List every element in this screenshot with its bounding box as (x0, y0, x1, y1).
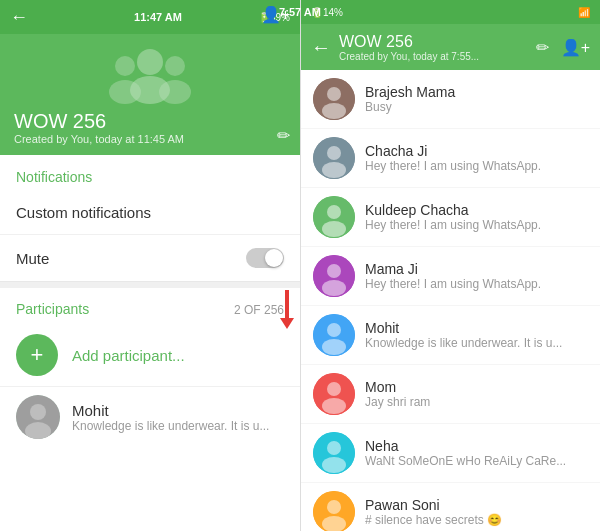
right-contact-row[interactable]: Pawan Soni# silence have secrets 😊 (301, 483, 600, 531)
right-avatar (313, 255, 355, 297)
right-avatar (313, 373, 355, 415)
svg-point-25 (327, 382, 341, 396)
svg-point-0 (137, 49, 163, 75)
arrow-head (280, 318, 294, 329)
group-icon-container (0, 34, 300, 119)
left-panel: ← 11:47 AM 🔋39% WOW 256 Created by You, … (0, 0, 300, 531)
right-contact-info: Pawan Soni# silence have secrets 😊 (365, 497, 588, 527)
right-contact-info: Mama JiHey there! I am using WhatsApp. (365, 261, 588, 291)
right-contact-status: Busy (365, 100, 575, 114)
right-contact-status: Hey there! I am using WhatsApp. (365, 277, 575, 291)
toggle-knob (265, 249, 283, 267)
right-back-icon[interactable]: ← (311, 36, 331, 59)
right-contact-row[interactable]: Brajesh MamaBusy (301, 70, 600, 129)
svg-point-13 (327, 146, 341, 160)
svg-point-28 (327, 441, 341, 455)
right-group-name: WOW 256 (339, 33, 528, 51)
svg-point-4 (165, 56, 185, 76)
right-contact-info: MomJay shri ram (365, 379, 588, 409)
right-edit-icon[interactable]: ✏ (536, 38, 549, 57)
svg-point-31 (327, 500, 341, 514)
arrow-annotation (280, 290, 294, 329)
right-contact-name: Mom (365, 379, 588, 395)
right-contact-status: Jay shri ram (365, 395, 575, 409)
right-header-content: ← WOW 256 Created by You, today at 7:55.… (301, 24, 600, 70)
right-contact-name: Mama Ji (365, 261, 588, 277)
right-status-time: 7:57 AM (279, 6, 321, 18)
group-avatar-icon (105, 42, 195, 112)
custom-notifications-text: Custom notifications (16, 204, 151, 221)
right-avatar (313, 196, 355, 238)
right-avatar (313, 314, 355, 356)
right-avatar (313, 137, 355, 179)
svg-point-19 (327, 264, 341, 278)
svg-point-10 (327, 87, 341, 101)
svg-point-5 (159, 80, 191, 104)
right-contact-list: Brajesh MamaBusyChacha JiHey there! I am… (301, 70, 600, 531)
right-contact-status: WaNt SoMeOnE wHo ReAiLy CaRe... (365, 454, 575, 468)
svg-point-7 (30, 404, 46, 420)
svg-point-17 (322, 221, 346, 237)
left-group-sub: Created by You, today at 11:45 AM (14, 133, 286, 145)
right-contact-status: Knowledge is like underwear. It is u... (365, 336, 575, 350)
left-contact-name-mohit: Mohit (72, 402, 284, 419)
left-status-time: 11:47 AM (134, 11, 182, 23)
left-content: Notifications Custom notifications Mute … (0, 155, 300, 531)
arrow-shaft (285, 290, 289, 318)
right-panel: 🔋14% 7:57 AM 📶 ← WOW 256 Created by You,… (300, 0, 600, 531)
right-contact-name: Kuldeep Chacha (365, 202, 588, 218)
right-wifi-icon: 📶 (578, 7, 590, 18)
right-avatar (313, 432, 355, 474)
right-avatar (313, 78, 355, 120)
right-header: 🔋14% 7:57 AM 📶 ← WOW 256 Created by You,… (301, 0, 600, 70)
right-contact-name: Mohit (365, 320, 588, 336)
right-contact-row[interactable]: Mama JiHey there! I am using WhatsApp. (301, 247, 600, 306)
svg-point-20 (322, 280, 346, 296)
svg-point-22 (327, 323, 341, 337)
right-status-bar: 🔋14% 7:57 AM 📶 (301, 0, 600, 24)
add-participant-text: Add participant... (72, 347, 185, 364)
right-contact-row[interactable]: MomJay shri ram (301, 365, 600, 424)
left-contact-status-mohit: Knowledge is like underwear. It is u... (72, 419, 272, 433)
svg-point-26 (322, 398, 346, 414)
back-icon[interactable]: ← (10, 7, 28, 28)
right-contact-info: Kuldeep ChachaHey there! I am using What… (365, 202, 588, 232)
left-status-bar: ← 11:47 AM 🔋39% (0, 0, 300, 34)
right-avatar (313, 491, 355, 531)
custom-notifications-item[interactable]: Custom notifications (0, 191, 300, 235)
right-contact-row[interactable]: Chacha JiHey there! I am using WhatsApp. (301, 129, 600, 188)
add-participant-row[interactable]: + Add participant... (0, 324, 300, 387)
mute-item[interactable]: Mute (0, 235, 300, 282)
right-add-participant-icon[interactable]: 👤+ (561, 38, 590, 57)
right-contact-info: NehaWaNt SoMeOnE wHo ReAiLy CaRe... (365, 438, 588, 468)
notifications-label: Notifications (0, 155, 300, 191)
right-contact-name: Neha (365, 438, 588, 454)
right-group-info: WOW 256 Created by You, today at 7:55... (339, 33, 528, 62)
right-header-icons: ✏ 👤+ (536, 38, 590, 57)
right-contact-status: Hey there! I am using WhatsApp. (365, 159, 575, 173)
right-contact-status: Hey there! I am using WhatsApp. (365, 218, 575, 232)
avatar-svg (16, 395, 60, 439)
right-contact-row[interactable]: MohitKnowledge is like underwear. It is … (301, 306, 600, 365)
participants-label: Participants (16, 301, 89, 317)
svg-point-3 (109, 80, 141, 104)
right-contact-info: Chacha JiHey there! I am using WhatsApp. (365, 143, 588, 173)
svg-point-11 (322, 103, 346, 119)
right-group-sub: Created by You, today at 7:55... (339, 51, 528, 62)
participants-count: 2 OF 256 (234, 303, 284, 317)
right-contact-info: MohitKnowledge is like underwear. It is … (365, 320, 588, 350)
participants-count-wrapper: 2 OF 256 (234, 300, 284, 318)
left-header-bottom: WOW 256 Created by You, today at 11:45 A… (14, 110, 286, 145)
right-contact-row[interactable]: NehaWaNt SoMeOnE wHo ReAiLy CaRe... (301, 424, 600, 483)
mute-toggle[interactable] (246, 248, 284, 268)
left-contact-row-mohit[interactable]: Mohit Knowledge is like underwear. It is… (0, 387, 300, 447)
svg-point-16 (327, 205, 341, 219)
add-icon-symbol: + (31, 344, 44, 366)
add-participant-icon: + (16, 334, 58, 376)
right-contact-name: Brajesh Mama (365, 84, 588, 100)
left-group-name: WOW 256 (14, 110, 286, 133)
right-contact-row[interactable]: Kuldeep ChachaHey there! I am using What… (301, 188, 600, 247)
right-contact-info: Brajesh MamaBusy (365, 84, 588, 114)
svg-point-23 (322, 339, 346, 355)
svg-point-14 (322, 162, 346, 178)
